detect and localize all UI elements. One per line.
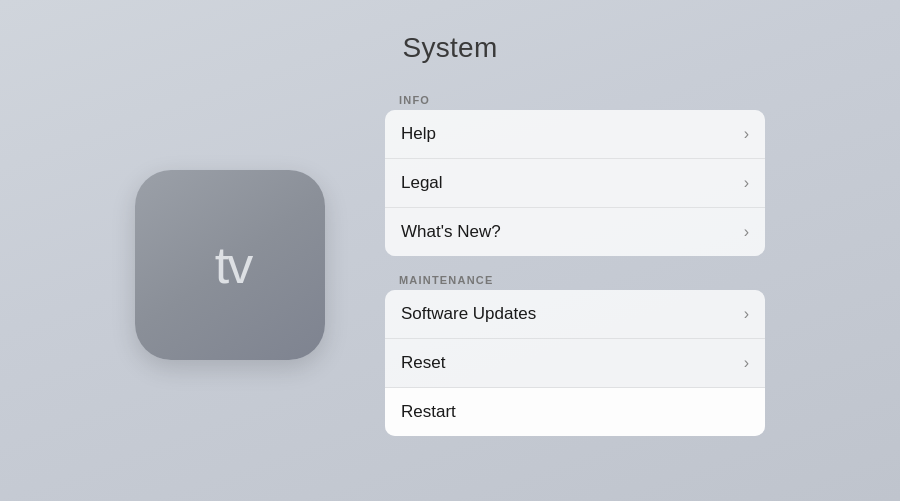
- menu-item-help[interactable]: Help ›: [385, 110, 765, 159]
- menu-item-restart-label: Restart: [401, 402, 456, 422]
- device-illustration: tv: [135, 170, 325, 360]
- content-area: tv INFO Help › Legal › What's New? › MAI…: [0, 94, 900, 436]
- menu-item-whats-new-chevron: ›: [744, 223, 749, 241]
- info-menu-group: Help › Legal › What's New? ›: [385, 110, 765, 256]
- page-title: System: [402, 32, 497, 64]
- menu-panel: INFO Help › Legal › What's New? › MAINTE…: [385, 94, 765, 436]
- menu-item-restart[interactable]: Restart: [385, 388, 765, 436]
- menu-item-software-updates[interactable]: Software Updates ›: [385, 290, 765, 339]
- menu-item-reset[interactable]: Reset ›: [385, 339, 765, 388]
- menu-item-software-updates-label: Software Updates: [401, 304, 536, 324]
- menu-item-help-label: Help: [401, 124, 436, 144]
- maintenance-section-label: MAINTENANCE: [385, 274, 765, 286]
- menu-item-whats-new-label: What's New?: [401, 222, 501, 242]
- menu-item-reset-chevron: ›: [744, 354, 749, 372]
- menu-item-legal[interactable]: Legal ›: [385, 159, 765, 208]
- maintenance-menu-group: Software Updates › Reset › Restart: [385, 290, 765, 436]
- menu-item-legal-label: Legal: [401, 173, 443, 193]
- menu-item-reset-label: Reset: [401, 353, 445, 373]
- menu-item-software-updates-chevron: ›: [744, 305, 749, 323]
- tv-label: tv: [215, 239, 251, 291]
- info-section-label: INFO: [385, 94, 765, 106]
- menu-item-legal-chevron: ›: [744, 174, 749, 192]
- apple-tv-device: tv: [135, 170, 325, 360]
- menu-item-whats-new[interactable]: What's New? ›: [385, 208, 765, 256]
- menu-item-help-chevron: ›: [744, 125, 749, 143]
- apple-tv-logo: tv: [209, 239, 251, 291]
